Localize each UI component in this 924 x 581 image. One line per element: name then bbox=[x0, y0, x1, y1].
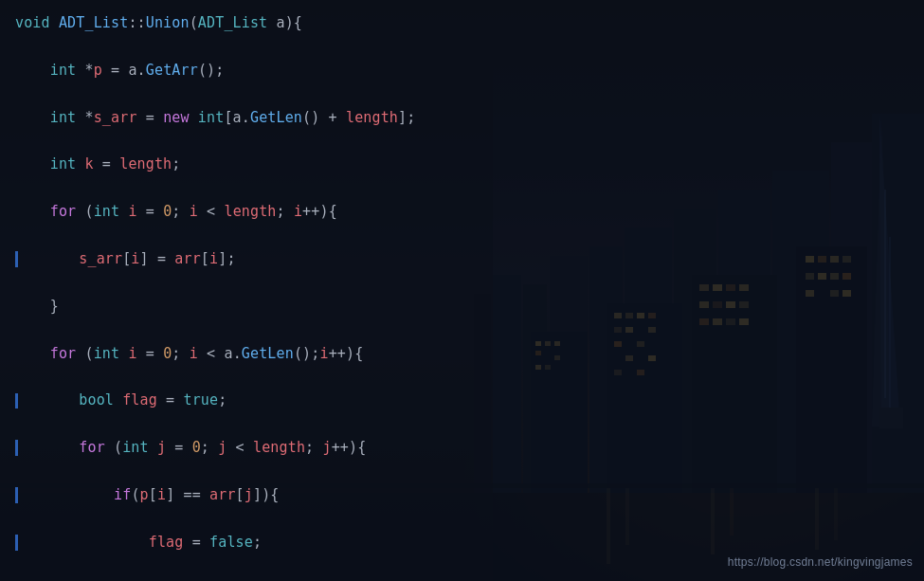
code-line-7: } bbox=[15, 295, 909, 319]
code-line-2: int *p = a.GetArr(); bbox=[15, 59, 909, 83]
code-line-8: for (int i = 0; i < a.GetLen();i++){ bbox=[15, 342, 909, 367]
code-line-13: break; bbox=[15, 578, 909, 581]
watermark: https://blog.csdn.net/kingvingjames bbox=[728, 554, 913, 572]
code-line-9: bool flag = true; bbox=[15, 389, 909, 413]
code-line-1: void ADT_List::Union(ADT_List a){ bbox=[15, 11, 909, 36]
code-line-6: s_arr[i] = arr[i]; bbox=[15, 247, 909, 272]
code-line-11: if(p[i] == arr[j]){ bbox=[15, 483, 909, 508]
code-block: void ADT_List::Union(ADT_List a){ int *p… bbox=[0, 8, 924, 581]
code-line-4: int k = length; bbox=[15, 153, 909, 177]
code-line-3: int *s_arr = new int[a.GetLen() + length… bbox=[15, 106, 909, 131]
code-container: void ADT_List::Union(ADT_List a){ int *p… bbox=[0, 0, 924, 581]
code-line-5: for (int i = 0; i < length; i++){ bbox=[15, 200, 909, 225]
code-line-10: for (int j = 0; j < length; j++){ bbox=[15, 436, 909, 461]
code-line-12: flag = false; bbox=[15, 531, 909, 555]
